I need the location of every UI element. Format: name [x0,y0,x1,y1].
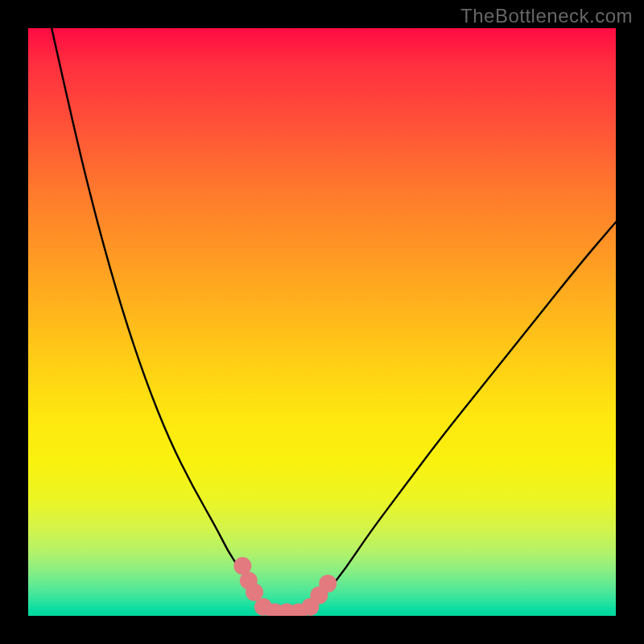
marker-layer [28,28,616,616]
data-marker [319,575,336,592]
chart-frame: TheBottleneck.com [0,0,644,644]
watermark-text: TheBottleneck.com [460,5,633,27]
marker-group [233,557,336,616]
plot-area [28,28,616,616]
